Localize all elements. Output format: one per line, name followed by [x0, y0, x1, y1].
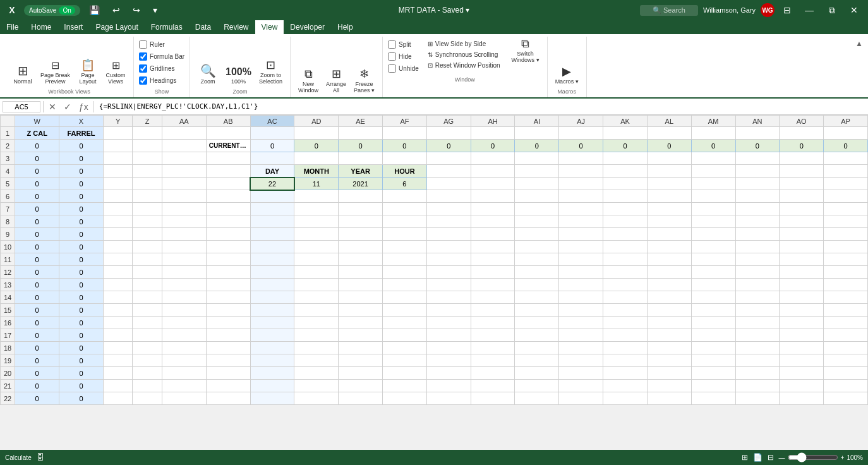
cell-AP18[interactable] — [824, 342, 868, 354]
undo-button[interactable]: ↩ — [109, 4, 124, 16]
ribbon-display-button[interactable]: ⊟ — [780, 4, 795, 16]
cell-AF12[interactable] — [383, 266, 427, 279]
cell-AJ1[interactable] — [559, 127, 603, 140]
cell-AH11[interactable] — [471, 253, 515, 266]
cell-AC6[interactable] — [250, 190, 294, 203]
cell-AH6[interactable] — [471, 190, 515, 203]
cell-AB16[interactable] — [206, 317, 250, 329]
cell-AF2[interactable]: 0 — [383, 140, 427, 152]
cell-Y13[interactable] — [103, 279, 133, 291]
cell-AM22[interactable] — [691, 392, 735, 405]
cell-AP2[interactable]: 0 — [824, 140, 868, 152]
cell-AG1[interactable] — [426, 127, 471, 140]
cell-AF22[interactable] — [383, 392, 427, 405]
cell-AO13[interactable] — [780, 279, 824, 291]
cell-Z16[interactable] — [133, 317, 162, 329]
cell-Z19[interactable] — [133, 354, 162, 367]
cell-AB8[interactable] — [206, 215, 250, 228]
reset-window-position-button[interactable]: ⊡ Reset Window Position — [424, 61, 504, 70]
cell-AJ21[interactable] — [559, 380, 603, 392]
cell-AC7[interactable] — [250, 203, 294, 215]
cell-AE7[interactable] — [339, 203, 383, 215]
cell-AN8[interactable] — [735, 215, 780, 228]
cell-AD10[interactable] — [294, 241, 339, 253]
cell-AK11[interactable] — [603, 253, 648, 266]
cell-AC13[interactable] — [250, 279, 294, 291]
hide-checkbox[interactable] — [388, 52, 396, 61]
cell-AD8[interactable] — [294, 215, 339, 228]
cell-AI19[interactable] — [515, 354, 559, 367]
cell-AA16[interactable] — [162, 317, 206, 329]
menu-insert[interactable]: Insert — [57, 20, 89, 34]
cell-AO20[interactable] — [780, 367, 824, 380]
cell-AE18[interactable] — [339, 342, 383, 354]
cell-AE21[interactable] — [339, 380, 383, 392]
cell-AH12[interactable] — [471, 266, 515, 279]
cell-AN10[interactable] — [735, 241, 780, 253]
cell-Y8[interactable] — [103, 215, 133, 228]
cell-AG22[interactable] — [426, 392, 471, 405]
cell-AP8[interactable] — [824, 215, 868, 228]
view-side-by-side-button[interactable]: ⊞ View Side by Side — [424, 39, 504, 49]
cell-Z13[interactable] — [133, 279, 162, 291]
cell-AL4[interactable] — [647, 165, 691, 178]
cell-AL19[interactable] — [647, 354, 691, 367]
col-header-AJ[interactable]: AJ — [559, 116, 603, 127]
row-header-11[interactable]: 11 — [1, 253, 15, 266]
cell-AF8[interactable] — [383, 215, 427, 228]
cell-AL16[interactable] — [647, 317, 691, 329]
cell-X15[interactable]: 0 — [59, 304, 104, 317]
cell-W8[interactable]: 0 — [15, 215, 59, 228]
cell-AP10[interactable] — [824, 241, 868, 253]
cell-AE20[interactable] — [339, 367, 383, 380]
cell-Z1[interactable] — [133, 127, 162, 140]
cell-AA7[interactable] — [162, 203, 206, 215]
row-header-15[interactable]: 15 — [1, 304, 15, 317]
col-header-AN[interactable]: AN — [735, 116, 780, 127]
cell-AC16[interactable] — [250, 317, 294, 329]
close-button[interactable]: ✕ — [845, 4, 863, 16]
col-header-W[interactable]: W — [15, 116, 59, 127]
cell-AM12[interactable] — [691, 266, 735, 279]
cell-AC12[interactable] — [250, 266, 294, 279]
cell-AL13[interactable] — [647, 279, 691, 291]
cell-AM2[interactable]: 0 — [691, 140, 735, 152]
cell-AM7[interactable] — [691, 203, 735, 215]
macros-button[interactable]: ▶ Macros ▾ — [553, 64, 581, 86]
cell-AD18[interactable] — [294, 342, 339, 354]
restore-button[interactable]: ⧉ — [824, 4, 840, 17]
cell-AP21[interactable] — [824, 380, 868, 392]
cell-AH14[interactable] — [471, 291, 515, 304]
cell-AI9[interactable] — [515, 228, 559, 241]
cell-Z9[interactable] — [133, 228, 162, 241]
cell-AJ12[interactable] — [559, 266, 603, 279]
cell-AL17[interactable] — [647, 329, 691, 342]
cell-AG10[interactable] — [426, 241, 471, 253]
col-header-AI[interactable]: AI — [515, 116, 559, 127]
cell-AJ7[interactable] — [559, 203, 603, 215]
cell-X11[interactable]: 0 — [59, 253, 104, 266]
cell-AL20[interactable] — [647, 367, 691, 380]
cell-AH13[interactable] — [471, 279, 515, 291]
cell-AC18[interactable] — [250, 342, 294, 354]
cell-AA4[interactable] — [162, 165, 206, 178]
cell-AP4[interactable] — [824, 165, 868, 178]
cell-AF7[interactable] — [383, 203, 427, 215]
cell-Y17[interactable] — [103, 329, 133, 342]
cell-AA5[interactable] — [162, 178, 206, 190]
cell-AA12[interactable] — [162, 266, 206, 279]
cell-AB22[interactable] — [206, 392, 250, 405]
cell-AE14[interactable] — [339, 291, 383, 304]
cell-AB6[interactable] — [206, 190, 250, 203]
cell-AO10[interactable] — [780, 241, 824, 253]
cell-AO9[interactable] — [780, 228, 824, 241]
cell-Y11[interactable] — [103, 253, 133, 266]
cell-X7[interactable]: 0 — [59, 203, 104, 215]
cell-AG6[interactable] — [426, 190, 471, 203]
cell-Z15[interactable] — [133, 304, 162, 317]
cell-AG18[interactable] — [426, 342, 471, 354]
cell-AH20[interactable] — [471, 367, 515, 380]
cell-Y10[interactable] — [103, 241, 133, 253]
cell-AG20[interactable] — [426, 367, 471, 380]
cell-AP14[interactable] — [824, 291, 868, 304]
